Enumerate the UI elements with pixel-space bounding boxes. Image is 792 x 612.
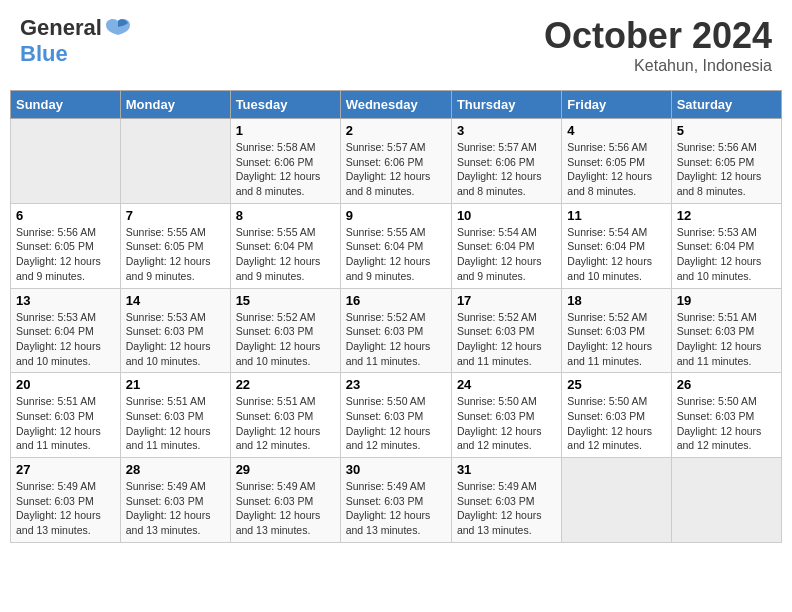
calendar-day-cell: 17Sunrise: 5:52 AMSunset: 6:03 PMDayligh… <box>451 288 561 373</box>
day-info: Sunrise: 5:55 AMSunset: 6:04 PMDaylight:… <box>236 225 335 284</box>
day-number: 11 <box>567 208 665 223</box>
day-info: Sunrise: 5:50 AMSunset: 6:03 PMDaylight:… <box>457 394 556 453</box>
calendar-day-cell: 11Sunrise: 5:54 AMSunset: 6:04 PMDayligh… <box>562 203 671 288</box>
day-number: 29 <box>236 462 335 477</box>
day-info: Sunrise: 5:52 AMSunset: 6:03 PMDaylight:… <box>567 310 665 369</box>
day-number: 25 <box>567 377 665 392</box>
calendar-day-cell <box>562 458 671 543</box>
day-info: Sunrise: 5:55 AMSunset: 6:04 PMDaylight:… <box>346 225 446 284</box>
day-number: 7 <box>126 208 225 223</box>
calendar-day-cell: 16Sunrise: 5:52 AMSunset: 6:03 PMDayligh… <box>340 288 451 373</box>
calendar-day-cell: 23Sunrise: 5:50 AMSunset: 6:03 PMDayligh… <box>340 373 451 458</box>
calendar-day-cell: 28Sunrise: 5:49 AMSunset: 6:03 PMDayligh… <box>120 458 230 543</box>
calendar-day-cell: 22Sunrise: 5:51 AMSunset: 6:03 PMDayligh… <box>230 373 340 458</box>
day-number: 26 <box>677 377 776 392</box>
day-number: 17 <box>457 293 556 308</box>
calendar-day-cell: 26Sunrise: 5:50 AMSunset: 6:03 PMDayligh… <box>671 373 781 458</box>
day-info: Sunrise: 5:51 AMSunset: 6:03 PMDaylight:… <box>236 394 335 453</box>
calendar-day-cell: 4Sunrise: 5:56 AMSunset: 6:05 PMDaylight… <box>562 119 671 204</box>
day-info: Sunrise: 5:54 AMSunset: 6:04 PMDaylight:… <box>457 225 556 284</box>
calendar-day-cell: 27Sunrise: 5:49 AMSunset: 6:03 PMDayligh… <box>11 458 121 543</box>
day-number: 16 <box>346 293 446 308</box>
weekday-header-cell: Wednesday <box>340 91 451 119</box>
title-area: October 2024 Ketahun, Indonesia <box>544 15 772 75</box>
logo-general-text: General <box>20 15 102 41</box>
day-info: Sunrise: 5:51 AMSunset: 6:03 PMDaylight:… <box>677 310 776 369</box>
calendar-day-cell: 1Sunrise: 5:58 AMSunset: 6:06 PMDaylight… <box>230 119 340 204</box>
calendar-week-row: 27Sunrise: 5:49 AMSunset: 6:03 PMDayligh… <box>11 458 782 543</box>
day-info: Sunrise: 5:49 AMSunset: 6:03 PMDaylight:… <box>457 479 556 538</box>
day-number: 23 <box>346 377 446 392</box>
calendar-day-cell: 19Sunrise: 5:51 AMSunset: 6:03 PMDayligh… <box>671 288 781 373</box>
day-number: 6 <box>16 208 115 223</box>
day-info: Sunrise: 5:49 AMSunset: 6:03 PMDaylight:… <box>346 479 446 538</box>
day-info: Sunrise: 5:58 AMSunset: 6:06 PMDaylight:… <box>236 140 335 199</box>
calendar-day-cell: 29Sunrise: 5:49 AMSunset: 6:03 PMDayligh… <box>230 458 340 543</box>
calendar-day-cell: 25Sunrise: 5:50 AMSunset: 6:03 PMDayligh… <box>562 373 671 458</box>
calendar-day-cell: 7Sunrise: 5:55 AMSunset: 6:05 PMDaylight… <box>120 203 230 288</box>
day-info: Sunrise: 5:54 AMSunset: 6:04 PMDaylight:… <box>567 225 665 284</box>
calendar-day-cell: 24Sunrise: 5:50 AMSunset: 6:03 PMDayligh… <box>451 373 561 458</box>
day-info: Sunrise: 5:50 AMSunset: 6:03 PMDaylight:… <box>346 394 446 453</box>
day-number: 4 <box>567 123 665 138</box>
day-number: 18 <box>567 293 665 308</box>
day-info: Sunrise: 5:56 AMSunset: 6:05 PMDaylight:… <box>677 140 776 199</box>
day-number: 12 <box>677 208 776 223</box>
day-info: Sunrise: 5:56 AMSunset: 6:05 PMDaylight:… <box>567 140 665 199</box>
calendar-day-cell: 15Sunrise: 5:52 AMSunset: 6:03 PMDayligh… <box>230 288 340 373</box>
day-number: 31 <box>457 462 556 477</box>
calendar-day-cell: 12Sunrise: 5:53 AMSunset: 6:04 PMDayligh… <box>671 203 781 288</box>
day-number: 9 <box>346 208 446 223</box>
day-number: 5 <box>677 123 776 138</box>
calendar-day-cell: 30Sunrise: 5:49 AMSunset: 6:03 PMDayligh… <box>340 458 451 543</box>
day-number: 2 <box>346 123 446 138</box>
calendar-day-cell: 31Sunrise: 5:49 AMSunset: 6:03 PMDayligh… <box>451 458 561 543</box>
day-number: 22 <box>236 377 335 392</box>
calendar-day-cell: 13Sunrise: 5:53 AMSunset: 6:04 PMDayligh… <box>11 288 121 373</box>
day-number: 13 <box>16 293 115 308</box>
day-info: Sunrise: 5:51 AMSunset: 6:03 PMDaylight:… <box>16 394 115 453</box>
day-info: Sunrise: 5:53 AMSunset: 6:04 PMDaylight:… <box>677 225 776 284</box>
day-number: 1 <box>236 123 335 138</box>
calendar-day-cell: 20Sunrise: 5:51 AMSunset: 6:03 PMDayligh… <box>11 373 121 458</box>
day-info: Sunrise: 5:55 AMSunset: 6:05 PMDaylight:… <box>126 225 225 284</box>
day-number: 15 <box>236 293 335 308</box>
logo-bird-icon <box>104 17 132 39</box>
weekday-header-cell: Tuesday <box>230 91 340 119</box>
day-number: 30 <box>346 462 446 477</box>
calendar-body: 1Sunrise: 5:58 AMSunset: 6:06 PMDaylight… <box>11 119 782 543</box>
day-number: 20 <box>16 377 115 392</box>
day-info: Sunrise: 5:49 AMSunset: 6:03 PMDaylight:… <box>236 479 335 538</box>
day-number: 8 <box>236 208 335 223</box>
day-info: Sunrise: 5:50 AMSunset: 6:03 PMDaylight:… <box>677 394 776 453</box>
weekday-header-cell: Sunday <box>11 91 121 119</box>
day-info: Sunrise: 5:56 AMSunset: 6:05 PMDaylight:… <box>16 225 115 284</box>
calendar-week-row: 20Sunrise: 5:51 AMSunset: 6:03 PMDayligh… <box>11 373 782 458</box>
day-number: 3 <box>457 123 556 138</box>
weekday-header-cell: Saturday <box>671 91 781 119</box>
logo: General Blue <box>20 15 132 67</box>
calendar-day-cell <box>120 119 230 204</box>
day-number: 24 <box>457 377 556 392</box>
page-header: General Blue October 2024 Ketahun, Indon… <box>10 10 782 80</box>
day-number: 27 <box>16 462 115 477</box>
calendar-day-cell: 21Sunrise: 5:51 AMSunset: 6:03 PMDayligh… <box>120 373 230 458</box>
calendar-day-cell: 3Sunrise: 5:57 AMSunset: 6:06 PMDaylight… <box>451 119 561 204</box>
day-number: 28 <box>126 462 225 477</box>
calendar-week-row: 6Sunrise: 5:56 AMSunset: 6:05 PMDaylight… <box>11 203 782 288</box>
day-info: Sunrise: 5:50 AMSunset: 6:03 PMDaylight:… <box>567 394 665 453</box>
logo-blue-text: Blue <box>20 41 68 66</box>
weekday-header-cell: Monday <box>120 91 230 119</box>
day-info: Sunrise: 5:57 AMSunset: 6:06 PMDaylight:… <box>457 140 556 199</box>
day-info: Sunrise: 5:52 AMSunset: 6:03 PMDaylight:… <box>457 310 556 369</box>
calendar-week-row: 1Sunrise: 5:58 AMSunset: 6:06 PMDaylight… <box>11 119 782 204</box>
day-info: Sunrise: 5:53 AMSunset: 6:03 PMDaylight:… <box>126 310 225 369</box>
day-info: Sunrise: 5:49 AMSunset: 6:03 PMDaylight:… <box>126 479 225 538</box>
day-info: Sunrise: 5:51 AMSunset: 6:03 PMDaylight:… <box>126 394 225 453</box>
day-info: Sunrise: 5:52 AMSunset: 6:03 PMDaylight:… <box>236 310 335 369</box>
calendar-week-row: 13Sunrise: 5:53 AMSunset: 6:04 PMDayligh… <box>11 288 782 373</box>
location: Ketahun, Indonesia <box>544 57 772 75</box>
calendar-table: SundayMondayTuesdayWednesdayThursdayFrid… <box>10 90 782 543</box>
day-number: 19 <box>677 293 776 308</box>
calendar-day-cell <box>11 119 121 204</box>
